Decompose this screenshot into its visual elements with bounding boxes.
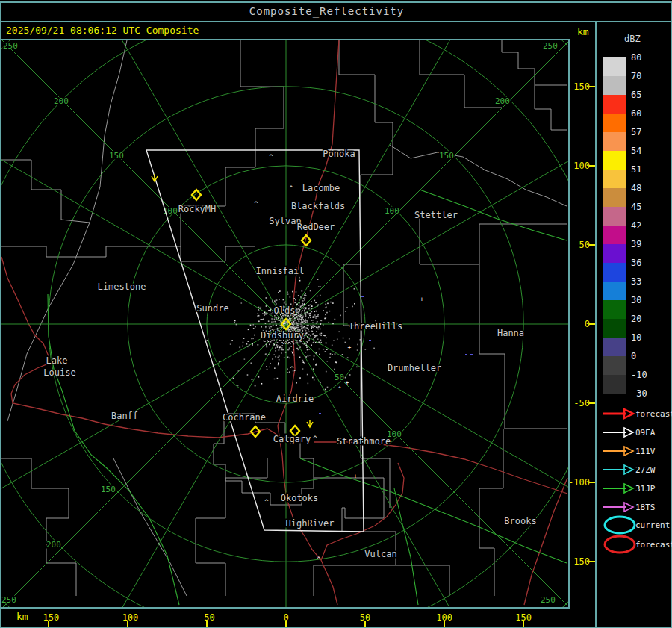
clutter-speckle xyxy=(293,355,295,356)
clutter-speckle xyxy=(280,325,281,326)
clutter-speckle xyxy=(302,315,304,317)
clutter-speckle xyxy=(288,342,290,343)
legend-arrow-label: 27ZW xyxy=(635,465,656,475)
clutter-speckle xyxy=(296,322,297,323)
clutter-speckle xyxy=(327,387,329,388)
clutter-speckle xyxy=(352,306,353,308)
legend-arrow-label: 111V xyxy=(635,447,656,456)
right-axis-tick-mark xyxy=(589,482,595,483)
range-ring-label: 250 xyxy=(3,41,18,51)
clutter-speckle xyxy=(311,320,313,321)
clutter-speckle xyxy=(281,317,283,319)
clutter-speckle xyxy=(277,357,279,358)
clutter-speckle xyxy=(266,366,267,367)
clutter-speckle xyxy=(308,286,309,287)
clutter-speckle xyxy=(303,308,305,309)
clutter-speckle xyxy=(279,299,280,300)
clutter-speckle xyxy=(270,308,272,309)
clutter-speckle xyxy=(255,326,256,328)
radar-map-canvas[interactable]: 2502001501002502001501001502002505010025… xyxy=(1,40,568,607)
clutter-speckle xyxy=(299,341,301,342)
dbz-scale-box xyxy=(603,263,626,282)
clutter-speckle xyxy=(305,308,307,310)
clutter-speckle xyxy=(299,280,301,282)
clutter-speckle xyxy=(317,305,319,306)
city-label: Lake xyxy=(46,355,68,366)
clutter-speckle xyxy=(297,319,299,320)
clutter-speckle xyxy=(262,346,264,347)
clutter-speckle xyxy=(270,311,271,312)
27ZW-arrow-icon xyxy=(602,464,635,476)
city-label: Hanna xyxy=(497,328,524,338)
clutter-speckle xyxy=(273,321,274,323)
clutter-speckle xyxy=(316,352,317,354)
clutter-speckle xyxy=(302,361,304,363)
clutter-speckle xyxy=(291,322,293,323)
clutter-speckle xyxy=(332,345,333,346)
dbz-scale-box xyxy=(603,95,626,114)
dbz-scale-box xyxy=(603,226,626,244)
clutter-speckle xyxy=(314,317,316,318)
clutter-speckle xyxy=(281,320,282,322)
clutter-speckle xyxy=(240,302,242,304)
clutter-speckle xyxy=(270,323,271,325)
clutter-speckle xyxy=(298,311,299,313)
clutter-speckle xyxy=(308,331,310,332)
clutter-speckle xyxy=(262,313,264,314)
clutter-speckle xyxy=(346,307,348,308)
clutter-speckle xyxy=(305,329,306,330)
clutter-speckle xyxy=(267,369,268,370)
clutter-speckle xyxy=(268,326,270,327)
dbz-scale-box xyxy=(603,114,626,132)
city-label: Innisfail xyxy=(255,266,304,276)
clutter-speckle xyxy=(287,343,289,345)
clutter-speckle xyxy=(313,338,314,340)
clutter-speckle xyxy=(293,327,295,329)
111V-arrow-icon xyxy=(602,445,635,457)
dbz-scale-box xyxy=(603,282,626,300)
clutter-speckle xyxy=(234,320,236,322)
clutter-speckle xyxy=(317,305,318,307)
county-boundary-line xyxy=(479,264,567,429)
plus-mark: + xyxy=(354,473,358,479)
panel-divider xyxy=(595,21,597,628)
right-axis-tick-mark xyxy=(589,244,595,246)
clutter-speckle xyxy=(291,341,293,342)
clutter-speckle xyxy=(323,324,324,326)
clutter-speckle xyxy=(335,319,336,320)
clutter-speckle xyxy=(354,288,355,290)
clutter-speckle xyxy=(278,317,279,319)
clutter-speckle xyxy=(310,317,311,319)
clutter-speckle xyxy=(276,325,277,326)
clutter-speckle xyxy=(302,360,304,361)
dbz-scale-title: dBZ xyxy=(624,34,641,44)
clutter-speckle xyxy=(287,291,288,293)
clutter-speckle xyxy=(308,325,309,326)
clutter-speckle xyxy=(293,325,294,326)
city-label: Blackfalds xyxy=(291,201,345,211)
clutter-speckle xyxy=(298,315,299,317)
clutter-speckle xyxy=(305,352,306,353)
clutter-speckle xyxy=(277,342,279,343)
county-boundary-line xyxy=(196,458,267,596)
clutter-speckle xyxy=(311,344,312,346)
clutter-speckle xyxy=(315,342,317,343)
dbz-scale-box xyxy=(603,170,626,188)
clutter-speckle xyxy=(334,369,335,370)
bottom-axis-tick-mark xyxy=(523,621,524,627)
clutter-speckle xyxy=(301,321,302,323)
clutter-speckle xyxy=(290,296,291,298)
clutter-speckle xyxy=(302,325,303,326)
clutter-speckle xyxy=(295,320,296,321)
clutter-speckle xyxy=(278,362,279,364)
clutter-speckle xyxy=(290,346,292,347)
clutter-speckle xyxy=(271,319,273,320)
clutter-speckle xyxy=(304,310,305,311)
county-boundary-line xyxy=(1,458,76,596)
clutter-speckle xyxy=(250,362,252,364)
clutter-speckle xyxy=(287,324,288,326)
clutter-speckle xyxy=(296,342,298,343)
clutter-speckle xyxy=(342,354,343,355)
dbz-scale-box xyxy=(603,375,626,394)
city-label: Banff xyxy=(111,411,138,421)
